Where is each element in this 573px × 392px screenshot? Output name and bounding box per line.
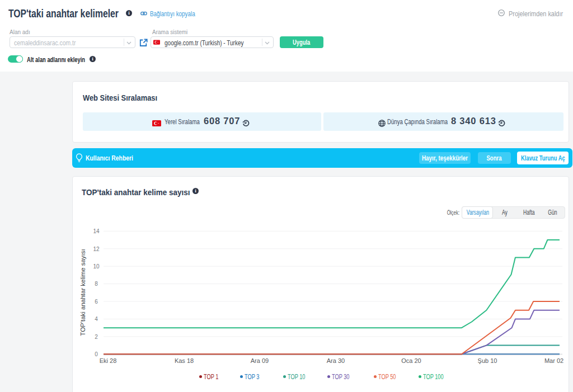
svg-text:TOP'taki anahtar kelime sayısı: TOP'taki anahtar kelime sayısı <box>79 249 86 336</box>
svg-text:Ara 30: Ara 30 <box>327 357 345 364</box>
svg-text:Ara 09: Ara 09 <box>251 357 269 364</box>
svg-text:Eki 28: Eki 28 <box>100 357 117 364</box>
svg-text:0: 0 <box>95 351 98 357</box>
svg-text:Oca 20: Oca 20 <box>401 357 421 364</box>
svg-text:Şub 10: Şub 10 <box>478 357 497 364</box>
svg-text:Kas 18: Kas 18 <box>175 357 194 364</box>
svg-text:6: 6 <box>95 299 98 305</box>
svg-text:4: 4 <box>95 316 98 322</box>
svg-text:Mar 02: Mar 02 <box>544 357 563 364</box>
svg-text:2: 2 <box>95 334 98 340</box>
svg-text:10: 10 <box>93 263 100 270</box>
svg-text:14: 14 <box>93 228 100 234</box>
svg-text:8: 8 <box>95 281 98 287</box>
svg-text:12: 12 <box>93 246 100 252</box>
